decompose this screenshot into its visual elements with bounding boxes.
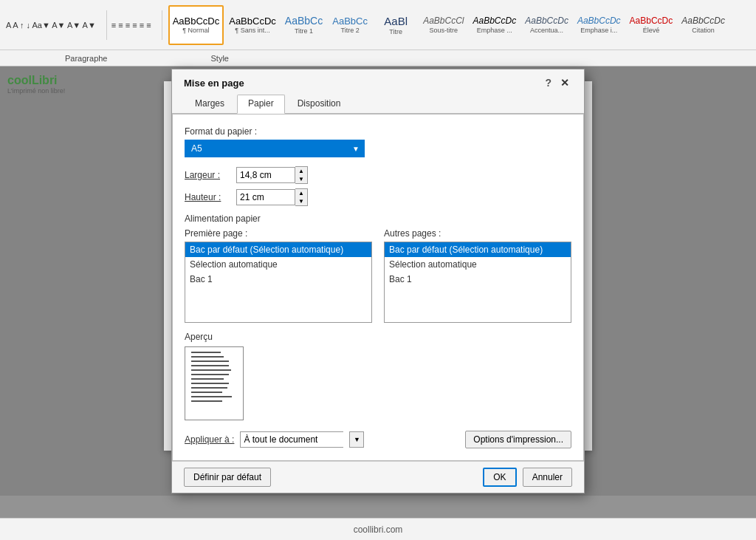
format-select[interactable]: A5	[185, 140, 347, 157]
hauteur-label: Hauteur :	[185, 192, 236, 202]
style-item-titre2[interactable]: AaBbCc Titre 2	[328, 5, 372, 45]
dialog-tab-papier[interactable]: Papier	[237, 95, 285, 114]
preview-line	[191, 383, 229, 384]
apply-dropdown-arrow[interactable]: ▼	[349, 431, 364, 448]
style-label-titre: Titre	[389, 28, 402, 35]
premiere-page-label: Première page :	[185, 228, 372, 239]
premiere-page-col: Première page : Bac par défaut (Sélectio…	[185, 228, 372, 323]
style-item-sans-int[interactable]: AaBbCcDc ¶ Sans int...	[225, 5, 280, 45]
largeur-input[interactable]	[236, 167, 295, 183]
definir-defaut-button[interactable]: Définir par défaut	[184, 468, 271, 487]
hauteur-input[interactable]	[236, 189, 295, 205]
ribbon-paragraphe-label: Paragraphe	[65, 54, 108, 63]
style-label-emph-intense: Emphase i...	[580, 27, 617, 34]
divider-1	[106, 10, 107, 40]
preview-line	[191, 360, 229, 362]
feed-item-selection-auto[interactable]: Sélection automatique	[385, 257, 571, 272]
dialog-help-icon[interactable]: ?	[545, 77, 551, 89]
preview-line	[191, 356, 224, 358]
hauteur-down-btn[interactable]: ▼	[295, 197, 307, 205]
style-sample-emphase: AaBbCcDc	[473, 16, 517, 26]
preview-line	[191, 387, 227, 389]
toolbar: A A ↑ ↓ Aa▼ A▼ A▼ A▼ ≡ ≡ ≡ ≡ ≡ ≡ AaBbCcD…	[0, 0, 756, 50]
style-label-normal: ¶ Normal	[182, 27, 209, 34]
feed-item-selection-auto[interactable]: Sélection automatique	[185, 257, 371, 272]
autres-pages-listbox[interactable]: Bac par défaut (Sélection automatique)Sé…	[384, 242, 571, 323]
feed-columns: Première page : Bac par défaut (Sélectio…	[185, 228, 571, 323]
format-dropdown-arrow[interactable]: ▼	[347, 140, 365, 157]
style-item-emphase[interactable]: AaBbCcDc Emphase ...	[470, 5, 520, 45]
style-item-titre[interactable]: AaBl Titre	[374, 5, 418, 45]
premiere-page-listbox[interactable]: Bac par défaut (Sélection automatique)Sé…	[185, 242, 372, 323]
style-item-sous-titre[interactable]: AaBbCcCl Sous-titre	[419, 5, 467, 45]
hauteur-row: Hauteur : ▲ ▼	[185, 188, 571, 206]
preview-area	[185, 346, 571, 420]
autres-pages-label: Autres pages :	[384, 228, 571, 239]
dialog-mise-en-page: Mise en page ? ✕ MargesPapierDisposition…	[171, 69, 585, 493]
dialog-title: Mise en page	[184, 78, 244, 89]
style-item-titre1[interactable]: AaBbCc Titre 1	[281, 5, 326, 45]
style-label-titre2: Titre 2	[341, 27, 360, 34]
style-label-titre1: Titre 1	[295, 27, 313, 35]
feed-item-bac-defaut[interactable]: Bac par défaut (Sélection automatique)	[385, 242, 571, 257]
feed-item-bac1[interactable]: Bac 1	[385, 272, 571, 287]
style-label-sans-int: ¶ Sans int...	[235, 27, 269, 34]
style-item-accentuation[interactable]: AaBbCcDc Accentua...	[521, 5, 572, 45]
hauteur-spinner: ▲ ▼	[236, 188, 308, 206]
style-label-emphase: Emphase ...	[477, 27, 512, 34]
preview-line	[191, 352, 221, 353]
style-sample-normal: AaBbCcDc	[173, 16, 220, 27]
main-area: coolLibri L'imprimé non libre! Depu fin …	[0, 66, 756, 518]
style-sample-titre2: AaBbCc	[332, 16, 368, 27]
feed-item-bac1[interactable]: Bac 1	[185, 272, 371, 287]
dialog-tab-disposition[interactable]: Disposition	[286, 95, 352, 113]
preview-line	[191, 365, 229, 366]
style-item-citation[interactable]: AaBbCcDc Citation	[678, 5, 729, 45]
style-label-sous-titre: Sous-titre	[430, 27, 458, 34]
website-label: coollibri.com	[354, 524, 403, 535]
dialog-close-button[interactable]: ✕	[557, 77, 572, 89]
largeur-label: Largeur :	[185, 170, 236, 180]
preview-doc	[185, 346, 244, 420]
style-sample-accentuation: AaBbCcDc	[525, 16, 568, 26]
style-sample-sous-titre: AaBbCcCl	[423, 16, 464, 26]
hauteur-up-btn[interactable]: ▲	[295, 189, 307, 197]
options-impression-button[interactable]: Options d'impression...	[465, 431, 571, 448]
format-label: Format du papier :	[185, 126, 571, 137]
style-sample-titre: AaBl	[384, 15, 408, 28]
format-select-row: A5 ▼	[185, 140, 571, 157]
largeur-spinner-btns: ▲ ▼	[295, 166, 308, 184]
largeur-down-btn[interactable]: ▼	[295, 175, 307, 183]
style-sample-eleve: AaBbCcDc	[630, 16, 673, 26]
annuler-button[interactable]: Annuler	[523, 468, 572, 487]
style-item-normal[interactable]: AaBbCcDc ¶ Normal	[168, 5, 224, 45]
preview-label: Aperçu	[185, 332, 571, 342]
apply-select[interactable]: À tout le document	[240, 431, 343, 448]
feed-item-bac-defaut[interactable]: Bac par défaut (Sélection automatique)	[185, 242, 371, 257]
bottom-bar: coollibri.com	[0, 518, 756, 540]
dialog-tab-marges[interactable]: Marges	[184, 95, 236, 113]
apply-label: Appliquer à :	[185, 434, 234, 445]
largeur-spinner: ▲ ▼	[236, 166, 308, 184]
preview-line	[191, 369, 231, 371]
divider-2	[162, 10, 162, 40]
style-item-eleve[interactable]: AaBbCcDc Élevé	[626, 5, 677, 45]
toolbar-left: A A ↑ ↓ Aa▼ A▼ A▼ A▼ ≡ ≡ ≡ ≡ ≡ ≡	[6, 10, 165, 40]
ok-button[interactable]: OK	[483, 468, 516, 487]
style-sample-titre1: AaBbCc	[285, 15, 323, 27]
largeur-up-btn[interactable]: ▲	[295, 167, 307, 175]
modal-overlay: Mise en page ? ✕ MargesPapierDisposition…	[0, 66, 756, 496]
feed-section-label: Alimentation papier	[185, 213, 571, 224]
font-controls: A A ↑ ↓ Aa▼ A▼ A▼ A▼	[6, 21, 96, 30]
style-item-emph-intense[interactable]: AaBbCcDc Emphase i...	[574, 5, 625, 45]
preview-line	[191, 400, 222, 402]
dialog-controls: ? ✕	[545, 77, 572, 89]
format-group: Format du papier : A5 ▼	[185, 126, 571, 157]
apply-row: Appliquer à : À tout le document ▼ Optio…	[185, 431, 571, 448]
largeur-row: Largeur : ▲ ▼	[185, 166, 571, 184]
autres-pages-col: Autres pages : Bac par défaut (Sélection…	[384, 228, 571, 323]
preview-section: Aperçu	[185, 332, 571, 420]
style-sample-emph-intense: AaBbCcDc	[577, 16, 621, 26]
style-sample-sans-int: AaBbCcDc	[229, 16, 276, 27]
dialog-body: Format du papier : A5 ▼ Largeur : ▲	[172, 114, 584, 461]
